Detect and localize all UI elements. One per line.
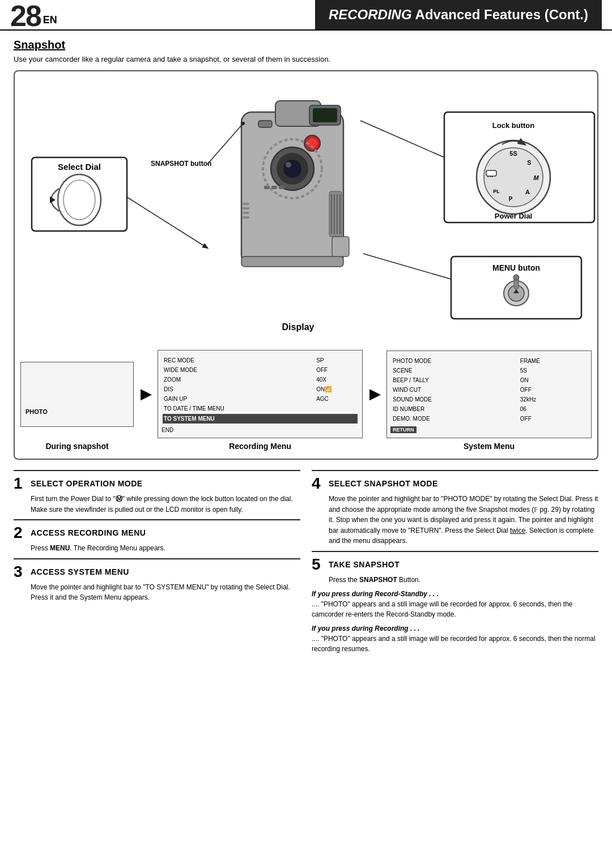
- diagram-inner: Select Dial Lock butto: [20, 78, 592, 451]
- svg-text:Select Dial: Select Dial: [58, 162, 101, 172]
- intro-text: Use your camcorder like a regular camera…: [14, 55, 598, 63]
- header-title: RECORDING Advanced Features (Cont.): [315, 0, 602, 29]
- svg-text:P: P: [509, 196, 513, 202]
- svg-line-52: [360, 121, 444, 157]
- diagram-box: Select Dial Lock butto: [14, 70, 598, 460]
- step-3: 3 ACCESS SYSTEM MENU Move the pointer an…: [14, 558, 300, 608]
- page-header: 28 EN RECORDING Advanced Features (Cont.…: [0, 0, 612, 31]
- system-menu-screen: PHOTO MODEFRAME SCENE5S BEEP / TALLYON W…: [386, 350, 592, 438]
- svg-text:A: A: [525, 189, 530, 195]
- svg-rect-7: [313, 108, 337, 122]
- step-4-title: SELECT SNAPSHOT MODE: [329, 479, 438, 488]
- svg-text:5S: 5S: [509, 150, 517, 157]
- step-3-header: 3 ACCESS SYSTEM MENU: [14, 564, 300, 580]
- svg-point-5: [286, 162, 291, 168]
- svg-text:M: M: [533, 174, 539, 181]
- step-2-header: 2 ACCESS RECORDING MENU: [14, 525, 300, 541]
- step-4-header: 4 SELECT SNAPSHOT MODE: [312, 476, 598, 491]
- svg-text:Lock button: Lock button: [492, 121, 534, 130]
- steps-section: 1 SELECT OPERATION MODE First turn the P…: [14, 470, 598, 659]
- arrow-2: ▶: [366, 386, 383, 402]
- en-label: EN: [43, 14, 57, 26]
- svg-text:S: S: [527, 159, 531, 166]
- svg-rect-20: [264, 186, 270, 189]
- svg-line-53: [363, 254, 451, 279]
- return-button: RETURN: [390, 426, 416, 433]
- step-3-title: ACCESS SYSTEM MENU: [31, 567, 129, 576]
- svg-line-31: [127, 197, 207, 248]
- if-recording-body: .... "PHOTO" appears and a still image w…: [312, 634, 598, 655]
- svg-rect-43: [486, 170, 496, 176]
- svg-rect-8: [243, 203, 249, 205]
- svg-point-50: [513, 275, 519, 280]
- svg-rect-9: [243, 207, 249, 209]
- steps-col-left: 1 SELECT OPERATION MODE First turn the P…: [14, 470, 300, 659]
- photo-label: PHOTO: [26, 408, 48, 415]
- step-5-title: TAKE SNAPSHOT: [329, 560, 400, 569]
- m-icon: Ⓜ: [116, 495, 122, 503]
- step-2-number: 2: [14, 525, 26, 541]
- svg-point-4: [283, 160, 301, 178]
- step-1-body: First turn the Power Dial to "Ⓜ" while p…: [14, 494, 300, 515]
- main-content: Snapshot Use your camcorder like a regul…: [0, 31, 612, 659]
- svg-rect-25: [332, 237, 349, 256]
- if-standby-title: If you press during Record-Standby . . .: [312, 590, 598, 598]
- step-3-number: 3: [14, 564, 26, 580]
- title-italic: RECORDING: [329, 7, 412, 23]
- ref-icon: 𝔽: [534, 506, 538, 514]
- step-5: 5 TAKE SNAPSHOT Press the SNAPSHOT Butto…: [312, 551, 598, 659]
- step-5-body: Press the SNAPSHOT Button.: [312, 575, 598, 585]
- page-number: 28: [10, 1, 41, 31]
- svg-rect-22: [279, 186, 284, 189]
- svg-text:PL: PL: [493, 189, 500, 194]
- diagram-svg: Select Dial Lock butto: [20, 78, 604, 350]
- step-1-header: 1 SELECT OPERATION MODE: [14, 476, 300, 491]
- svg-text:Display: Display: [282, 322, 314, 332]
- if-recording-title: If you press during Recording . . .: [312, 625, 598, 632]
- step-4-body: Move the pointer and highlight bar to "P…: [312, 494, 598, 546]
- svg-rect-19: [258, 121, 272, 127]
- if-standby-body: .... "PHOTO" appears and a still image w…: [312, 599, 598, 620]
- svg-rect-23: [241, 256, 343, 267]
- during-snapshot-screen: PHOTO: [20, 362, 134, 427]
- during-snapshot-label: During snapshot: [20, 442, 134, 451]
- section-title: Snapshot: [14, 39, 598, 52]
- step-2-body: Press MENU. The Recording Menu appears.: [14, 543, 300, 554]
- svg-point-56: [241, 122, 245, 125]
- recording-menu-label: Recording Menu: [158, 442, 363, 451]
- step-2: 2 ACCESS RECORDING MENU Press MENU. The …: [14, 519, 300, 558]
- system-menu-label: System Menu: [386, 442, 592, 451]
- svg-rect-11: [243, 216, 249, 219]
- step-4-number: 4: [312, 476, 324, 491]
- end-label: END: [162, 427, 359, 433]
- recording-menu-table: REC MODESP WIDE MODEOFF ZOOM40X DISON📶 G…: [162, 355, 359, 425]
- screen-labels-row: During snapshot Recording Menu System Me…: [20, 442, 592, 451]
- camera-area: Select Dial Lock butto: [20, 78, 592, 350]
- recording-menu-screen: REC MODESP WIDE MODEOFF ZOOM40X DISON📶 G…: [158, 350, 363, 438]
- system-menu-table: PHOTO MODEFRAME SCENE5S BEEP / TALLYON W…: [390, 356, 588, 424]
- menu-screens: PHOTO ▶ REC MODESP WIDE MODEOFF ZOOM40X …: [20, 350, 592, 438]
- svg-text:Power Dial: Power Dial: [495, 212, 532, 220]
- step-3-body: Move the pointer and highlight bar to "T…: [14, 582, 300, 603]
- step-4: 4 SELECT SNAPSHOT MODE Move the pointer …: [312, 470, 598, 551]
- svg-rect-21: [271, 186, 277, 189]
- svg-text:MENU buton: MENU buton: [492, 263, 540, 272]
- step-5-notes: If you press during Record-Standby . . .…: [312, 590, 598, 655]
- twice-underline: twice: [510, 527, 525, 535]
- step-2-title: ACCESS RECORDING MENU: [31, 528, 146, 537]
- step-1-title: SELECT OPERATION MODE: [31, 479, 143, 488]
- step-5-number: 5: [312, 557, 324, 572]
- svg-line-55: [207, 123, 243, 164]
- step-5-header: 5 TAKE SNAPSHOT: [312, 557, 598, 572]
- step-1: 1 SELECT OPERATION MODE First turn the P…: [14, 470, 300, 519]
- steps-col-right: 4 SELECT SNAPSHOT MODE Move the pointer …: [312, 470, 598, 659]
- title-rest: Advanced Features (Cont.): [415, 7, 588, 23]
- step-1-number: 1: [14, 476, 26, 491]
- arrow-1: ▶: [137, 386, 154, 402]
- svg-text:SNAPSHOT button: SNAPSHOT button: [151, 160, 211, 168]
- menu-bold: MENU: [50, 544, 70, 552]
- svg-rect-10: [243, 212, 249, 214]
- snapshot-bold: SNAPSHOT: [359, 576, 397, 584]
